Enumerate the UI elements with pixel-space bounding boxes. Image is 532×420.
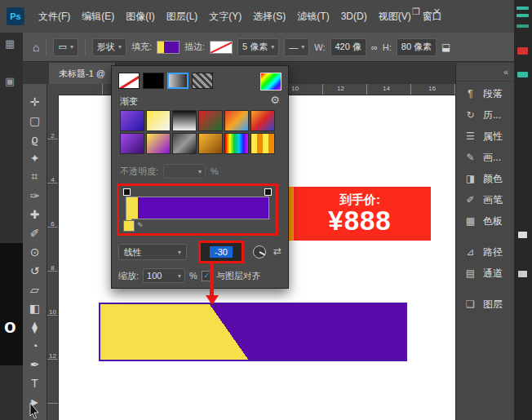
link-dimensions-icon[interactable]: ∞ bbox=[371, 42, 378, 52]
divider bbox=[85, 38, 86, 56]
angle-dial[interactable] bbox=[252, 245, 267, 261]
no-fill-button[interactable] bbox=[118, 73, 140, 89]
restore-button[interactable]: ❐ bbox=[412, 7, 420, 17]
move-tool[interactable]: ✛ bbox=[25, 92, 45, 111]
close-button[interactable]: ✕ bbox=[433, 7, 441, 17]
edit-stop-icon[interactable]: ✎ bbox=[137, 221, 144, 229]
banner-price: ¥888 bbox=[328, 206, 391, 236]
height-input[interactable]: 80 像素 bbox=[397, 38, 437, 56]
photoshop-logo-icon: Ps bbox=[7, 7, 24, 25]
dodge-tool[interactable]: ◔ bbox=[25, 336, 45, 355]
gradient-preset[interactable] bbox=[172, 110, 197, 131]
height-label: H: bbox=[383, 42, 392, 52]
panel-brushes[interactable]: ✐ 画笔 bbox=[456, 189, 515, 210]
menu-3d[interactable]: 3D(D) bbox=[335, 7, 373, 25]
opacity-stop-right[interactable] bbox=[264, 188, 272, 196]
eraser-tool[interactable]: ▱ bbox=[25, 280, 45, 298]
quick-selection-tool[interactable]: ✦ bbox=[25, 148, 45, 167]
panel-paragraph[interactable]: ¶ 段落 bbox=[456, 83, 515, 104]
menu-filter[interactable]: 滤镜(T) bbox=[291, 7, 335, 27]
blur-tool[interactable]: ⧫ bbox=[25, 317, 45, 336]
history-brush-tool[interactable]: ↺ bbox=[25, 261, 45, 280]
panel-icon: ❏ bbox=[464, 298, 477, 310]
gradient-style-select[interactable]: 线性 ▾ bbox=[118, 244, 187, 260]
stroke-style-select[interactable]: — ▾ bbox=[284, 38, 309, 56]
gradient-preset[interactable] bbox=[250, 110, 275, 131]
gradient-preset[interactable] bbox=[172, 133, 197, 154]
home-icon[interactable]: ⌂ bbox=[33, 41, 39, 54]
pattern-fill-button[interactable] bbox=[192, 73, 213, 89]
gradient-preset[interactable] bbox=[250, 133, 275, 154]
gradient-preset[interactable] bbox=[146, 110, 171, 131]
gradient-preset[interactable] bbox=[224, 133, 249, 154]
gradient-reverse-icon[interactable]: ⇄ bbox=[273, 245, 282, 257]
menu-type[interactable]: 文字(Y) bbox=[203, 7, 247, 27]
gradient-preset[interactable] bbox=[198, 133, 223, 154]
document-tab[interactable]: 未标题-1 @ bbox=[49, 63, 116, 84]
angle-input[interactable]: -30 bbox=[210, 246, 233, 258]
panel-brush-settings[interactable]: ✎ 画... bbox=[456, 147, 515, 168]
chevron-down-icon: ▾ bbox=[118, 43, 122, 51]
healing-brush-tool[interactable]: ✚ bbox=[25, 205, 45, 223]
stroke-width-select[interactable]: 5 像素 ▾ bbox=[237, 38, 279, 56]
panel-swatches[interactable]: ▦ 色板 bbox=[456, 210, 515, 232]
minimize-button[interactable]: — bbox=[390, 7, 399, 17]
panel-icon: ☰ bbox=[464, 130, 477, 142]
panel-color[interactable]: ◨ 颜色 bbox=[456, 168, 515, 189]
ruler-number: 16 bbox=[392, 84, 437, 95]
crop-tool[interactable]: ⌗ bbox=[25, 167, 45, 186]
background-window-right bbox=[514, 0, 532, 420]
tool-mode-select[interactable]: 形状 ▾ bbox=[92, 38, 126, 56]
menu-layer[interactable]: 图层(L) bbox=[161, 7, 204, 27]
panel-layers[interactable]: ❏ 图层 bbox=[456, 294, 515, 315]
banner-label: 到手价: bbox=[339, 192, 380, 206]
gradient-tool[interactable]: ◧ bbox=[25, 298, 45, 317]
eyedropper-tool[interactable]: ✑ bbox=[25, 186, 45, 205]
chevron-down-icon: ▾ bbox=[178, 272, 181, 280]
panel-channels[interactable]: ▤ 通道 bbox=[456, 263, 515, 284]
width-label: W: bbox=[314, 42, 325, 52]
gradient-preset[interactable] bbox=[146, 133, 171, 154]
fill-swatch[interactable] bbox=[157, 41, 180, 54]
opacity-select[interactable]: ▾ bbox=[163, 164, 206, 179]
brush-tool[interactable]: ✐ bbox=[25, 223, 45, 242]
menu-select[interactable]: 选择(S) bbox=[247, 7, 291, 27]
menu-image[interactable]: 图像(I) bbox=[120, 7, 160, 27]
lasso-tool[interactable]: ϱ bbox=[25, 130, 45, 148]
background-window-left: ▦ ▣ o bbox=[0, 33, 23, 420]
scale-label: 缩放: bbox=[118, 270, 139, 282]
stroke-swatch[interactable] bbox=[210, 41, 233, 54]
menu-edit[interactable]: 编辑(E) bbox=[76, 7, 120, 27]
tools-panel: ✛▢ϱ✦⌗✑✚✐⊙↺▱◧⧫◔✒T► bbox=[23, 84, 47, 420]
width-input[interactable]: 420 像 bbox=[330, 38, 366, 56]
panel-paths[interactable]: ⊿ 路径 bbox=[456, 241, 515, 263]
chevron-down-icon: ▾ bbox=[70, 43, 73, 51]
gradient-editor-annotation: ✎ bbox=[117, 183, 278, 236]
panel-properties[interactable]: ☰ 属性 bbox=[456, 126, 515, 147]
gradient-preset[interactable] bbox=[198, 110, 223, 131]
gradient-preset[interactable] bbox=[224, 110, 249, 131]
opacity-stop-left[interactable] bbox=[123, 188, 131, 196]
gradient-fill-button[interactable] bbox=[167, 73, 188, 89]
chevron-down-icon: ▾ bbox=[271, 43, 274, 51]
clone-stamp-tool[interactable]: ⊙ bbox=[25, 242, 45, 261]
path-operations-icon[interactable]: ⬓ bbox=[441, 42, 450, 53]
scale-unit: % bbox=[189, 271, 197, 281]
gear-icon[interactable]: ⚙ bbox=[270, 94, 280, 106]
panel-icon: ◨ bbox=[464, 173, 477, 184]
gradient-preset[interactable] bbox=[120, 133, 144, 154]
solid-fill-button[interactable] bbox=[143, 73, 164, 89]
menu-file[interactable]: 文件(F) bbox=[33, 7, 76, 27]
panel-history[interactable]: ↻ 历... bbox=[456, 104, 515, 126]
color-picker-button[interactable] bbox=[260, 73, 282, 91]
background-window-fragment bbox=[518, 232, 527, 238]
scale-select[interactable]: 100 ▾ bbox=[143, 268, 185, 283]
gradient-preset[interactable] bbox=[120, 110, 144, 131]
collapse-panel-icon[interactable]: « bbox=[503, 67, 508, 77]
color-stop-yellow[interactable] bbox=[123, 220, 135, 232]
pen-tool[interactable]: ✒ bbox=[25, 355, 45, 374]
gradient-editor-bar[interactable] bbox=[126, 197, 269, 219]
tool-preset-picker[interactable]: ▭ ▾ bbox=[53, 38, 78, 56]
marquee-tool[interactable]: ▢ bbox=[25, 111, 45, 130]
type-tool[interactable]: T bbox=[25, 374, 45, 392]
